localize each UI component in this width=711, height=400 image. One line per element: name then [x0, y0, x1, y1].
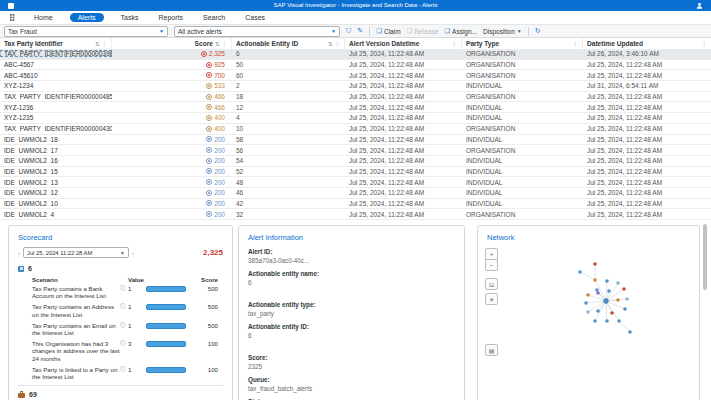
- nav-item-tasks[interactable]: Tasks: [118, 13, 142, 22]
- network-node[interactable]: [604, 299, 609, 304]
- network-node[interactable]: [617, 319, 621, 323]
- scorecard-panel: Scorecard ‹ Jul 25, 2024 11:22:28 AM ▼ ›…: [8, 225, 233, 400]
- column-menu-icon[interactable]: ⋮: [102, 41, 108, 47]
- info-icon[interactable]: ⓘ: [120, 303, 128, 309]
- table-row[interactable]: TAX_PARTY_IDENTIFIER000000430140010Jul 2…: [0, 124, 711, 135]
- column-menu-icon[interactable]: ⋮: [702, 41, 708, 47]
- table-row[interactable]: ABC-4561070060Jul 25, 2024, 11:22:48 AMO…: [0, 70, 711, 81]
- sort-icon[interactable]: ⇅: [215, 41, 220, 47]
- table-row[interactable]: IDE_UWMOL2_1720056Jul 25, 2024, 11:22:48…: [0, 145, 711, 156]
- network-node[interactable]: [610, 311, 614, 315]
- export-image-button[interactable]: ▤: [485, 344, 498, 356]
- network-node[interactable]: [616, 298, 620, 302]
- edit-filter-icon[interactable]: ✎: [357, 27, 363, 35]
- table-row[interactable]: IDE_UWMOL2_1320048Jul 25, 2024, 11:22:48…: [0, 177, 711, 188]
- table-row[interactable]: ABC-456792550Jul 25, 2024, 11:22:48 AMOR…: [0, 60, 711, 71]
- column-header-tax-party-identifier[interactable]: Tax Party Identifier ⇅ ⋮: [0, 38, 112, 49]
- network-node[interactable]: [616, 281, 620, 285]
- table-row[interactable]: XYZ-123646612Jul 25, 2024, 11:22:48 AMIN…: [0, 102, 711, 113]
- network-node[interactable]: [607, 289, 611, 293]
- table-row[interactable]: TAX_PARTY_IDENTIFIER00000039852,3256Jul …: [0, 49, 711, 60]
- cell-score: 200: [112, 136, 232, 143]
- network-node[interactable]: [625, 297, 629, 301]
- field-value: 2325: [248, 363, 455, 370]
- nav-item-cases[interactable]: Cases: [242, 13, 268, 22]
- cell-alert-version-datetime: Jul 25, 2024, 11:22:48 AM: [345, 93, 462, 100]
- column-header-alert-version-datetime[interactable]: Alert Version Datetime ⋮: [345, 38, 462, 49]
- column-menu-icon[interactable]: ⋮: [222, 41, 228, 47]
- network-node[interactable]: [586, 310, 590, 314]
- zoom-in-button[interactable]: +: [485, 248, 498, 260]
- info-icon[interactable]: ⓘ: [120, 322, 128, 328]
- sort-icon[interactable]: ⇅: [95, 41, 100, 47]
- save-view-icon[interactable]: ⛉: [346, 27, 351, 35]
- table-row[interactable]: IDE_UWMOL2_1220046Jul 25, 2024, 11:22:48…: [0, 188, 711, 199]
- network-node[interactable]: [593, 262, 597, 266]
- column-header-datetime-updated[interactable]: Datetime Updated ⋮: [583, 38, 711, 49]
- cell-alert-version-datetime: Jul 25, 2024, 11:22:48 AM: [345, 125, 462, 132]
- page-scrollbar[interactable]: [703, 224, 707, 290]
- table-row[interactable]: TAX_PARTY_IDENTIFIER000000485046618Jul 2…: [0, 92, 711, 103]
- network-node[interactable]: [586, 293, 590, 297]
- claim-button[interactable]: ❏ Claim: [376, 28, 400, 35]
- disposition-menu-button[interactable]: Disposition ▼: [483, 28, 522, 35]
- nav-item-reports[interactable]: Reports: [156, 13, 187, 22]
- network-graph[interactable]: [498, 236, 688, 386]
- cell-party-type: INDIVIDUAL: [462, 136, 583, 143]
- next-version-button[interactable]: ›: [132, 250, 134, 256]
- network-node[interactable]: [628, 330, 632, 334]
- table-row[interactable]: IDE_UWMOL2_1520052Jul 25, 2024, 11:22:48…: [0, 167, 711, 178]
- table-row[interactable]: IDE_UWMOL2_420032Jul 25, 2024, 11:22:48 …: [0, 209, 711, 220]
- network-node[interactable]: [584, 301, 588, 305]
- prev-version-button[interactable]: ‹: [18, 250, 20, 256]
- app-grid-icon[interactable]: [10, 14, 17, 21]
- network-node[interactable]: [623, 307, 627, 311]
- info-icon[interactable]: ⓘ: [120, 340, 128, 346]
- column-header-party-type[interactable]: Party Type ⋮: [462, 38, 583, 49]
- table-row[interactable]: IDE_UWMOL2_1620054Jul 25, 2024, 11:22:48…: [0, 156, 711, 167]
- table-row[interactable]: IDE_UWMOL2_1020042Jul 25, 2024, 11:22:48…: [0, 199, 711, 210]
- table-row[interactable]: IDE_UWMOL2_1820058Jul 25, 2024, 11:22:48…: [0, 135, 711, 146]
- user-avatar-icon[interactable]: [696, 2, 703, 9]
- nav-item-search[interactable]: Search: [200, 13, 228, 22]
- score-bar: [146, 367, 186, 373]
- sort-icon[interactable]: ⇅: [328, 41, 333, 47]
- column-header-score[interactable]: Score ⇅ ⋮: [112, 38, 232, 49]
- layout-button[interactable]: ✳: [485, 293, 498, 305]
- network-node[interactable]: [596, 309, 600, 313]
- network-node[interactable]: [605, 319, 609, 323]
- cell-actionable-entity-id: 60: [232, 72, 345, 79]
- cell-actionable-entity-id: 4: [232, 114, 345, 121]
- scorecard-total-score: 2,325: [203, 248, 223, 257]
- network-node[interactable]: [622, 287, 626, 291]
- column-menu-icon[interactable]: ⋮: [452, 41, 458, 47]
- table-row[interactable]: XYZ-12345332Jul 25, 2024, 11:22:48 AMIND…: [0, 81, 711, 92]
- nav-item-home[interactable]: Home: [31, 13, 56, 22]
- nav-item-alerts[interactable]: Alerts: [70, 13, 104, 22]
- assign-button[interactable]: ❏ Assign...: [444, 28, 477, 35]
- network-node[interactable]: [605, 279, 609, 283]
- info-icon[interactable]: ⓘ: [120, 366, 128, 372]
- cell-tax-party-identifier: TAX_PARTY_IDENTIFIER0000003985: [0, 50, 112, 57]
- scenario-score: 500: [188, 285, 218, 292]
- network-node[interactable]: [578, 270, 582, 274]
- scorecard-group-header[interactable]: 6: [18, 265, 223, 272]
- column-menu-icon[interactable]: ⋮: [573, 41, 579, 47]
- zoom-fit-button[interactable]: ⊡: [485, 278, 498, 290]
- info-icon[interactable]: ⓘ: [120, 285, 128, 291]
- zoom-out-button[interactable]: −: [485, 260, 498, 271]
- refresh-icon[interactable]: ↻: [535, 27, 541, 35]
- cell-actionable-entity-id: 54: [232, 157, 345, 164]
- column-menu-icon[interactable]: ⋮: [335, 41, 341, 47]
- scorecard-group-header[interactable]: 69: [18, 391, 223, 398]
- column-header-actionable-entity-id[interactable]: Actionable Entity ID ⇅ ⋮: [232, 38, 345, 49]
- queue-select[interactable]: Tax Fraud ▼: [4, 26, 168, 37]
- score-severity-icon: [206, 62, 212, 68]
- network-node[interactable]: [596, 291, 600, 295]
- scorecard-version-select[interactable]: Jul 25, 2024 11:22:28 AM ▼: [23, 247, 129, 258]
- table-row[interactable]: XYZ-12354004Jul 25, 2024, 11:22:48 AMIND…: [0, 113, 711, 124]
- release-button[interactable]: ❏ Release: [407, 28, 439, 35]
- view-select[interactable]: All active alerts ▼: [174, 26, 340, 37]
- network-node[interactable]: [593, 319, 597, 323]
- network-node[interactable]: [593, 278, 597, 282]
